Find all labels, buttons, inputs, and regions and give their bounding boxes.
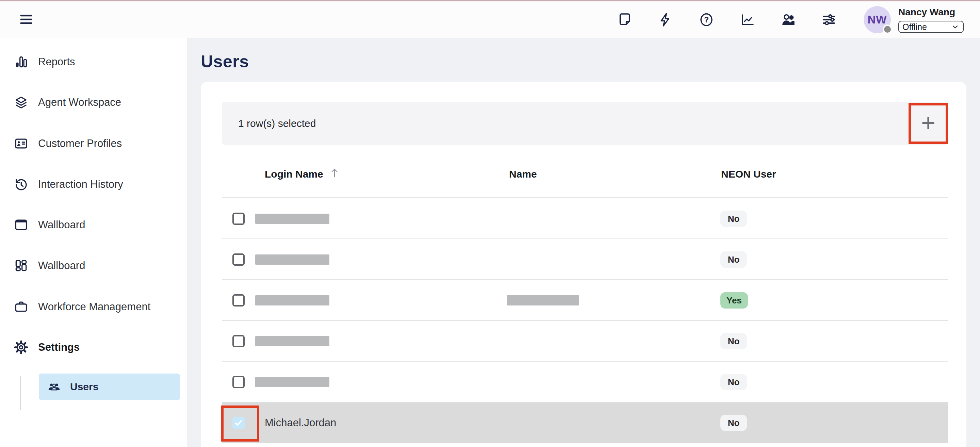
row-checkbox[interactable]: [232, 253, 245, 266]
sidebar: Users ReportsAgent WorkspaceCustomer Pro…: [0, 38, 187, 447]
sort-ascending-icon[interactable]: [329, 166, 340, 180]
column-header-neon-user[interactable]: NEON User: [721, 165, 776, 183]
neon-user-badge: Yes: [721, 292, 748, 309]
table-row[interactable]: Michael.JordanNo: [201, 402, 966, 443]
row-checkbox[interactable]: [232, 335, 245, 347]
sidebar-item-wallboard-2[interactable]: Wallboard: [14, 256, 85, 276]
sidebar-item-label: Agent Workspace: [38, 96, 121, 108]
avatar-initials: NW: [868, 13, 887, 26]
neon-user-badge: No: [721, 415, 747, 431]
user-block: Nancy Wang Offline: [898, 7, 964, 33]
svg-text:?: ?: [704, 15, 709, 24]
sidebar-item-label: Reports: [38, 56, 75, 68]
redacted-login-bar: [255, 336, 329, 346]
sidebar-item-reports[interactable]: Reports: [14, 52, 75, 72]
redacted-login-bar: [255, 295, 329, 305]
sidebar-item-settings[interactable]: Settings: [14, 337, 80, 358]
quick-actions-icon[interactable]: [657, 11, 674, 28]
neon-user-badge: No: [721, 333, 747, 349]
contacts-icon[interactable]: [780, 11, 796, 28]
main-content: Users 1 row(s) selected + Login Name Nam…: [187, 38, 980, 447]
row-checkbox[interactable]: [232, 213, 245, 225]
app-header: ? NW Nancy Wang Offline: [0, 2, 980, 38]
avatar[interactable]: NW: [864, 6, 891, 33]
sidebar-item-customer-profiles[interactable]: Customer Profiles: [14, 134, 122, 154]
history-icon: [14, 177, 29, 192]
table-header-divider: [222, 197, 948, 198]
checkbox-highlight-box: [221, 406, 259, 442]
help-icon[interactable]: ?: [698, 11, 714, 28]
selection-count-text: 1 row(s) selected: [238, 102, 316, 145]
row-checkbox[interactable]: [232, 294, 245, 307]
hamburger-menu-button[interactable]: [18, 11, 35, 27]
table-row[interactable]: No: [201, 239, 966, 280]
add-user-highlight-box: +: [908, 103, 948, 144]
window-icon: [14, 217, 29, 232]
status-dot: [883, 24, 892, 34]
status-select-value: Offline: [902, 22, 927, 32]
sidebar-item-interaction-history[interactable]: Interaction History: [14, 174, 123, 194]
row-checkbox[interactable]: [232, 376, 245, 388]
sidebar-item-label: Settings: [38, 341, 80, 353]
preferences-icon[interactable]: [821, 11, 837, 28]
login-name-cell: Michael.Jordan: [265, 402, 336, 443]
bar-chart-icon: [14, 54, 29, 69]
redacted-login-bar: [255, 377, 329, 387]
column-header-label: Login Name: [265, 165, 323, 183]
sidebar-item-wallboard[interactable]: Wallboard: [14, 215, 85, 235]
page-title: Users: [201, 52, 249, 72]
column-header-name[interactable]: Name: [509, 165, 537, 183]
header-toolbar: ?: [617, 2, 837, 38]
selection-bar: 1 row(s) selected: [222, 102, 948, 145]
sub-item-tree-line: [20, 376, 21, 410]
analytics-icon[interactable]: [739, 11, 756, 28]
sidebar-item-label: Customer Profiles: [38, 137, 122, 150]
sidebar-item-workforce-management[interactable]: Workforce Management: [14, 297, 150, 317]
notes-icon[interactable]: [617, 11, 633, 28]
sidebar-item-label: Interaction History: [38, 178, 123, 191]
sidebar-item-agent-workspace[interactable]: Agent Workspace: [14, 92, 121, 113]
table-body: NoNoYesNoNoMichael.JordanNo: [201, 198, 966, 443]
grid-icon: [14, 258, 29, 273]
redacted-login-bar: [255, 214, 329, 224]
users-card: 1 row(s) selected + Login Name Name NEON…: [201, 82, 966, 447]
column-header-login-name[interactable]: Login Name: [265, 165, 340, 183]
neon-user-badge: No: [721, 251, 747, 268]
table-row[interactable]: No: [201, 362, 966, 402]
column-header-label: Name: [509, 165, 537, 183]
sidebar-item-label: Wallboard: [38, 259, 85, 272]
table-row[interactable]: No: [201, 198, 966, 239]
column-header-label: NEON User: [721, 165, 776, 183]
id-card-icon: [14, 136, 29, 151]
users-group-icon: [47, 380, 61, 394]
table-row[interactable]: Yes: [201, 280, 966, 321]
layers-icon: [14, 95, 29, 110]
sidebar-item-label: Workforce Management: [38, 301, 150, 313]
sidebar-item-label: Wallboard: [38, 219, 85, 231]
sidebar-item-label: Users: [70, 381, 98, 393]
status-select[interactable]: Offline: [898, 21, 964, 33]
redacted-name-bar: [507, 295, 579, 305]
app-root: { "header": { "action_icons": [ { "name"…: [0, 0, 980, 447]
neon-user-badge: No: [721, 211, 747, 227]
sidebar-item-users[interactable]: Users: [39, 374, 180, 400]
user-name: Nancy Wang: [898, 7, 964, 17]
chevron-down-icon: [951, 22, 959, 31]
redacted-login-bar: [255, 255, 329, 265]
table-row[interactable]: No: [201, 321, 966, 362]
add-user-button[interactable]: +: [921, 110, 935, 135]
briefcase-icon: [14, 299, 29, 314]
gear-icon: [14, 340, 29, 355]
neon-user-badge: No: [721, 374, 747, 390]
